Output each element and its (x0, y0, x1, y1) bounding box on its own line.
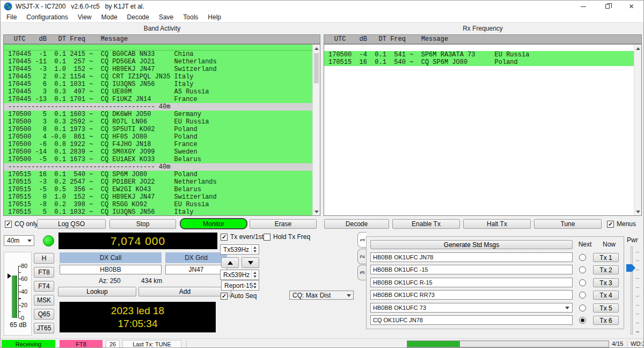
mode-button-msk[interactable]: MSK (34, 295, 54, 306)
cq-only-checkbox[interactable]: ✓ CQ only (5, 220, 38, 228)
decode-row[interactable]: 170445 6 0.1 1031 ~ CQ IU3QNS JN56 Italy (4, 81, 320, 88)
monitor-button[interactable]: Monitor (180, 218, 247, 229)
tx1-next-radio[interactable] (579, 254, 586, 261)
mode-button-jt65[interactable]: JT65 (34, 323, 54, 334)
decode-row[interactable]: 170445 -13 0.1 1701 ~ CQ F1UKZ JN14 Fran… (4, 96, 320, 103)
menus-checkbox[interactable]: ✓ Menus (607, 220, 636, 228)
decode-row[interactable]: 170445 -1 0.1 2415 ~ CQ BG0CAB NN33 Chin… (4, 50, 320, 58)
report-spinner[interactable]: Report -15 (221, 280, 259, 291)
menu-file[interactable]: File (2, 12, 21, 23)
tx1-now-button[interactable]: Tx 1 (593, 253, 619, 262)
menu-configurations[interactable]: Configurations (21, 12, 72, 23)
mode-button-h[interactable]: H (34, 253, 54, 264)
rx-freq-spinner[interactable]: Rx 539 Hz (220, 270, 259, 280)
tx2-next-radio[interactable] (579, 266, 586, 273)
minimize-button[interactable] (571, 1, 595, 12)
stop-button[interactable]: Stop (109, 219, 176, 229)
dx-grid-field[interactable]: JN47 (165, 265, 227, 274)
auto-seq-checkbox[interactable]: ✓ Auto Seq (221, 292, 257, 300)
menu-decode[interactable]: Decode (122, 12, 154, 23)
tx6-message-input[interactable] (370, 315, 573, 325)
tx4-now-button[interactable]: Tx 4 (593, 291, 619, 300)
band-activity-list[interactable]: 170445 -1 0.1 2415 ~ CQ BG0CAB NN33 Chin… (3, 44, 320, 216)
hold-tx-freq-checkbox[interactable]: Hold Tx Freq (264, 233, 310, 241)
freq-up-button[interactable] (221, 257, 239, 268)
close-button[interactable]: ✕ (619, 1, 643, 12)
band-select[interactable]: 40m (4, 235, 34, 246)
mode-button-ft8[interactable]: FT8 (34, 267, 54, 278)
dx-call-field[interactable]: HB0BB (60, 265, 162, 274)
decode-row[interactable]: 170500 4 -0.0 861 ~ CQ HF0S JO80 Poland (4, 133, 320, 141)
scroll-thumb[interactable] (314, 53, 319, 83)
cq-mode-select[interactable]: CQ: Max Dist (289, 291, 354, 300)
tx6-next-radio[interactable] (579, 317, 586, 324)
decode-row[interactable]: 170515 5 0.1 1032 ~ CQ IU3QNS JN56 Italy (4, 208, 320, 216)
tx1-message-input[interactable] (370, 252, 573, 262)
pwr-slider-handle[interactable] (626, 264, 635, 272)
tab-3[interactable]: 3 (357, 265, 367, 280)
decode-row[interactable]: 170500 5 0.1 1603 ~ CQ DK6WH JO50 German… (4, 111, 320, 118)
tx2-message-input[interactable] (370, 265, 573, 274)
menu-save[interactable]: Save (154, 12, 178, 23)
spinner-arrows-icon[interactable] (251, 271, 258, 279)
freq-down-button[interactable] (241, 257, 259, 268)
tab-1[interactable]: 1 (357, 232, 367, 248)
spinner-arrows-icon[interactable] (251, 281, 258, 289)
menu-view[interactable]: View (73, 12, 97, 23)
decode-row[interactable]: 170500 8 0.1 1973 ~ CQ SP5UTI KO02 Polan… (4, 126, 320, 133)
decode-row[interactable]: 170515 0 1.0 152 ~ CQ HB9EKJ JN47 Switze… (4, 193, 320, 201)
decode-row[interactable]: 170515 -5 0.5 356 ~ CQ EW2GI KO43 Belaru… (4, 186, 320, 193)
decode-row[interactable]: 170445 -3 1.0 152 ~ CQ HB9EKJ JN47 Switz… (4, 66, 320, 73)
scroll-up-icon[interactable] (313, 45, 320, 52)
decode-row[interactable]: 170515 -8 0.2 398 ~ CQ R5GG KO92 EU Russ… (4, 201, 320, 208)
menu-mode[interactable]: Mode (97, 12, 122, 23)
tab-2[interactable]: 2 (357, 249, 367, 264)
decode-row[interactable]: 170445 3 0.3 497 ~ CQ UE80M AS Russia (4, 88, 320, 96)
tx5-message-select[interactable] (370, 303, 573, 313)
pwr-slider-track[interactable] (631, 247, 633, 335)
lookup-button[interactable]: Lookup (58, 287, 136, 296)
tx6-now-button[interactable]: Tx 6 (593, 316, 619, 325)
decode-row[interactable]: 170515 16 0.1 540 ~ CQ SP6M JO80 Poland (4, 171, 320, 178)
scroll-up-icon[interactable] (634, 45, 641, 52)
decode-row[interactable]: 170500 -5 0.1 1673 ~ CQ EU1AEX KO33 Bela… (4, 156, 320, 163)
tx-even-checkbox[interactable]: ✓ Tx even/1st (221, 233, 264, 241)
log-qso-button[interactable]: Log QSO (37, 219, 106, 229)
add-button[interactable]: Add (138, 287, 231, 296)
band-activity-scrollbar[interactable] (312, 45, 320, 215)
decode-row[interactable]: 170445 -11 0.1 257 ~ CQ PD5GEA JO21 Neth… (4, 58, 320, 66)
erase-button[interactable]: Erase (250, 219, 317, 229)
decode-row[interactable]: 170500 -6 0.8 1922 ~ CQ F4JHO JN18 Franc… (4, 141, 320, 148)
decode-row[interactable]: 170500 3 0.3 2592 ~ CQ RO7L LN06 EU Russ… (4, 118, 320, 126)
tx3-next-radio[interactable] (579, 279, 586, 286)
decode-button[interactable]: Decode (324, 219, 389, 229)
spinner-arrows-icon[interactable] (251, 245, 258, 253)
tx2-now-button[interactable]: Tx 2 (593, 265, 619, 274)
enable-tx-button[interactable]: Enable Tx (392, 219, 460, 229)
tune-button[interactable]: Tune (534, 219, 602, 229)
scroll-down-icon[interactable] (634, 208, 641, 215)
tx-freq-spinner[interactable]: Tx 539 Hz (220, 244, 259, 255)
decode-row[interactable]: 170500 -4 0.1 541 ~ SP6M RA3ATA 73 EU Ru… (324, 51, 641, 59)
tx4-message-input[interactable] (370, 290, 573, 300)
decode-row[interactable]: 170515 -3 0.2 2547 ~ CQ PD1BER JO22 Neth… (4, 178, 320, 186)
rx-frequency-scrollbar[interactable] (634, 45, 641, 215)
decode-row[interactable]: 170445 2 0.2 1154 ~ CQ CRT IZ1PQL JN35 I… (4, 73, 320, 81)
decode-row[interactable]: 170515 16 0.1 540 ~ CQ SP6M JO80 Poland (324, 59, 641, 66)
mode-button-q65[interactable]: Q65 (34, 309, 54, 320)
menu-help[interactable]: Help (203, 12, 226, 23)
tx4-next-radio[interactable] (579, 292, 586, 299)
mode-button-ft4[interactable]: FT4 (34, 281, 54, 292)
generate-std-msgs-button[interactable]: Generate Std Msgs (370, 240, 573, 249)
restore-button[interactable] (595, 1, 619, 12)
scroll-down-icon[interactable] (313, 208, 320, 215)
menu-tools[interactable]: Tools (178, 12, 203, 23)
cell-dt: 0.1 (50, 156, 66, 163)
tx3-now-button[interactable]: Tx 3 (593, 278, 619, 287)
decode-row[interactable]: 170500 -14 0.1 2839 ~ CQ SM0XGY JO99 Swe… (4, 148, 320, 156)
tx5-now-button[interactable]: Tx 5 (593, 303, 619, 313)
tx5-next-radio[interactable] (579, 305, 586, 311)
halt-tx-button[interactable]: Halt Tx (463, 219, 531, 229)
rx-frequency-list[interactable]: 170500 -4 0.1 541 ~ SP6M RA3ATA 73 EU Ru… (324, 44, 642, 216)
tx3-message-input[interactable] (370, 278, 573, 287)
